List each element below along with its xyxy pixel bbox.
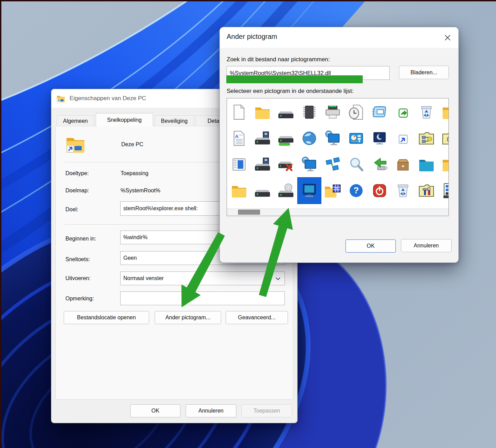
doel-label: Doel: (65, 206, 78, 213)
icon-cell-folder-grid[interactable] (321, 178, 344, 204)
icon-cell-network-folder[interactable] (415, 125, 438, 151)
tab-snelkoppeling[interactable]: Snelkoppeling (96, 113, 153, 126)
icon-cell-folder[interactable] (251, 99, 274, 125)
icon-cell-folder[interactable] (227, 178, 251, 204)
drive-battery-icon (277, 130, 294, 147)
icon-cell-floppy-drive-tower[interactable] (251, 151, 274, 178)
doelmap-label: Doelmap: (65, 188, 89, 194)
icon-cell-computer-monitor[interactable] (298, 178, 321, 204)
icon-cell-hard-drive[interactable] (251, 178, 274, 204)
globe-icon (301, 130, 318, 147)
horizontal-scrollbar[interactable] (227, 209, 448, 216)
shortcut-arrow-icon (394, 130, 412, 147)
folder-grid-icon (324, 182, 341, 199)
hard-drive-icon (277, 104, 294, 121)
icon-cell-blue-folder[interactable] (415, 151, 438, 178)
tab-algemeen[interactable]: Algemeen (57, 115, 94, 126)
icon-cell-shortcut-arrow[interactable] (391, 125, 415, 151)
panel-dots-icon (441, 182, 449, 199)
floppy-drive-tower-icon (254, 130, 271, 147)
icon-cell-help-circle[interactable] (344, 178, 368, 204)
icon-cell-blank-document[interactable] (227, 99, 251, 125)
icon-cell-recycle-bin[interactable] (391, 178, 415, 204)
cancel-button[interactable]: Annuleren (186, 404, 236, 417)
uitvoeren-dropdown[interactable]: Normaal venster (120, 271, 285, 285)
folder-icon (230, 182, 248, 199)
icon-file-path-input[interactable] (227, 66, 390, 80)
uitvoeren-selected-value: Normaal venster (123, 275, 164, 281)
icon-cell-hard-drive[interactable] (274, 99, 298, 125)
icon-cell-share-arrow[interactable] (391, 99, 415, 125)
change-icon-titlebar[interactable]: Ander pictogram (220, 27, 458, 48)
magnifier-icon (348, 156, 365, 173)
floppy-drive-tower-icon (254, 156, 271, 173)
ok-button[interactable]: OK (130, 404, 180, 417)
icon-cell-drive-error[interactable] (274, 151, 298, 178)
advanced-button[interactable]: Geavanceerd... (226, 311, 288, 324)
close-icon[interactable] (443, 33, 452, 42)
icon-cell-floppy-drive-tower[interactable] (251, 125, 274, 151)
document-clock-icon (348, 104, 365, 121)
scrollbar-thumb[interactable] (238, 210, 260, 215)
drive-cd-icon (277, 182, 294, 199)
deze-pc-shortcut-icon (65, 134, 86, 155)
icon-cell-storage-box[interactable] (391, 151, 415, 178)
program-window-icon (371, 104, 388, 121)
open-file-location-button[interactable]: Bestandslocatie openen (64, 311, 149, 324)
chevron-down-icon (276, 277, 280, 280)
tab-beveiliging[interactable]: Beveiliging (155, 115, 194, 126)
change-icon-dialog: Ander pictogram Zoek in dit bestand naar… (219, 27, 459, 263)
help-circle-icon (348, 182, 365, 199)
doeltype-label: Doeltype: (65, 170, 89, 177)
icon-cell-monitor-globe[interactable] (298, 151, 321, 178)
opmerking-label: Opmerking: (65, 296, 94, 302)
share-arrow-icon (394, 104, 412, 121)
folder-icon (254, 104, 271, 121)
ok-button[interactable]: OK (345, 239, 396, 253)
select-icon-label: Selecteer een pictogram in de onderstaan… (227, 88, 354, 95)
icon-cell-power-button[interactable] (368, 178, 391, 204)
folder-icon (441, 156, 449, 173)
usb-restore-icon (371, 156, 388, 173)
sneltoets-label: Sneltoets: (65, 256, 90, 263)
icon-cell-monitor-moon[interactable] (368, 125, 391, 151)
opmerking-input[interactable] (120, 291, 285, 305)
cancel-button[interactable]: Annuleren (401, 239, 452, 252)
properties-window-title: Eigenschappen van Deze PC (70, 95, 146, 102)
icon-cell-drive-battery[interactable] (274, 125, 298, 151)
icon-cell-panel-dots[interactable] (438, 178, 449, 204)
icon-cell-recycle-bin[interactable] (415, 99, 438, 125)
storage-box-icon (394, 156, 412, 173)
icon-cell-tools-folder[interactable] (415, 178, 438, 204)
icon-cell-globe-folder[interactable] (438, 125, 449, 151)
icon-cell-magnifier[interactable] (344, 151, 368, 178)
icon-cell-panel-document[interactable] (227, 151, 251, 178)
screen-left-edge (0, 0, 1, 448)
icon-listbox[interactable] (227, 98, 449, 216)
apply-button[interactable]: Toepassen (241, 404, 292, 417)
text-document-icon (230, 130, 248, 147)
screen-top-edge (0, 0, 496, 1)
icon-cell-usb-restore[interactable] (368, 151, 391, 178)
doelmap-value: %SystemRoot% (121, 188, 161, 194)
icon-cell-memory-chip[interactable] (298, 99, 321, 125)
icon-cell-folder[interactable] (438, 151, 449, 178)
icon-cell-text-document[interactable] (227, 125, 251, 151)
icon-cell-printer[interactable] (321, 99, 344, 125)
icon-cell-document-clock[interactable] (344, 99, 368, 125)
icon-cell-settings-panel[interactable] (344, 125, 368, 151)
icon-cell-folder[interactable] (438, 99, 449, 125)
recycle-bin-icon (418, 104, 435, 121)
network-screens-icon (324, 156, 341, 173)
computer-monitor-icon (301, 182, 318, 199)
icon-cell-program-window[interactable] (368, 99, 391, 125)
icon-cell-network-screens[interactable] (321, 151, 344, 178)
icon-cell-drive-cd[interactable] (274, 178, 298, 204)
settings-panel-icon (348, 130, 365, 147)
panel-document-icon (230, 156, 248, 173)
browse-button[interactable]: Bladeren... (399, 66, 449, 79)
icon-cell-monitor-globe[interactable] (321, 125, 344, 151)
drive-error-icon (277, 156, 294, 173)
icon-cell-globe[interactable] (298, 125, 321, 151)
change-icon-button[interactable]: Ander pictogram... (155, 311, 221, 324)
